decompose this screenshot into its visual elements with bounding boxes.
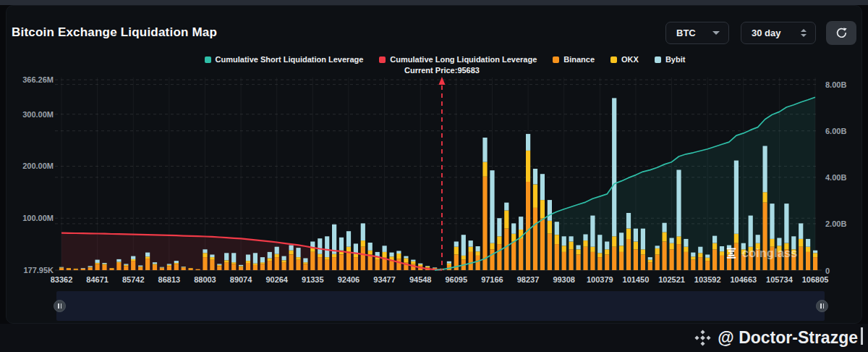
bar-bybit [289, 246, 294, 251]
bar-okx [131, 259, 135, 261]
legend-item-cumulative-long[interactable]: Cumulative Long Liquidation Leverage [379, 55, 537, 64]
x-axis-tick: 91335 [302, 275, 324, 284]
bar-binance [375, 260, 380, 270]
range-select[interactable]: 30 day [741, 22, 816, 44]
bar-bybit [634, 229, 638, 242]
refresh-button[interactable] [826, 21, 856, 45]
bar-okx [691, 256, 695, 259]
bar-bybit [712, 236, 717, 243]
slider-handle-right[interactable] [816, 300, 828, 312]
x-axis-tick: 105734 [766, 275, 793, 284]
legend-item-cumulative-short[interactable]: Cumulative Short Liquidation Leverage [205, 55, 364, 64]
bar-binance [88, 267, 93, 270]
bar-okx [231, 262, 236, 264]
bar-bybit [504, 203, 509, 211]
bar-binance [310, 252, 315, 270]
legend-item-binance[interactable]: Binance [553, 55, 595, 64]
bar-binance [182, 267, 186, 270]
bar-bybit [81, 268, 85, 269]
x-axis-tick: 86813 [158, 275, 181, 284]
bar-okx [756, 243, 760, 250]
bar-binance [756, 249, 760, 270]
bar-binance [590, 252, 595, 270]
bar-bybit [756, 235, 760, 243]
bar-binance [555, 244, 559, 270]
bar-okx [217, 265, 221, 266]
bar-binance [260, 264, 265, 270]
diamond-logo-icon [694, 329, 712, 347]
x-axis-tick: 93477 [373, 275, 396, 284]
bar-bybit [88, 266, 93, 267]
x-axis-tick: 98237 [517, 275, 540, 284]
bar-binance [576, 255, 581, 271]
footer-brand: @ Doctor-Strazge [694, 324, 858, 352]
bar-bybit [612, 98, 616, 236]
bar-okx [404, 259, 408, 263]
bar-bybit [476, 246, 480, 251]
bar-bybit [59, 267, 64, 268]
bar-binance [59, 268, 64, 270]
bar-bybit [346, 231, 351, 247]
bar-binance [275, 257, 279, 270]
bar-okx [806, 247, 810, 252]
bar-binance [626, 239, 631, 270]
bar-bybit [138, 266, 142, 267]
left-axis-bottom-tick: 177.95K [23, 266, 54, 275]
bar-binance [648, 262, 652, 270]
text-cursor-artifact [861, 327, 863, 345]
x-axis-tick: 97166 [481, 275, 503, 284]
bar-binance [619, 252, 624, 270]
bar-okx [469, 247, 473, 252]
bar-bybit [670, 238, 674, 243]
slider-handle-left[interactable] [54, 300, 66, 312]
bar-binance [791, 255, 796, 271]
bar-okx [124, 265, 128, 266]
bar-bybit [641, 229, 645, 250]
bar-okx [741, 249, 746, 254]
bitcoin-liquidation-map-page: 366.26M300.00M200.00M100.00M177.95K8.00B… [0, 0, 868, 352]
bar-okx [705, 258, 710, 261]
bar-bybit [676, 170, 681, 237]
left-axis-tick: 366.26M [22, 75, 54, 84]
bar-bybit [763, 146, 767, 193]
bar-bybit [433, 267, 437, 268]
bar-binance [612, 247, 616, 270]
bar-binance [741, 255, 746, 271]
bar-binance [763, 203, 767, 270]
bar-bybit [210, 255, 214, 258]
bar-okx [167, 265, 171, 266]
range-slider[interactable] [56, 291, 825, 321]
bar-binance [482, 177, 487, 270]
legend-item-bybit[interactable]: Bybit [655, 55, 686, 64]
bar-binance [813, 257, 817, 270]
bar-okx [770, 239, 774, 247]
bar-bybit [490, 170, 494, 243]
bar-okx [138, 267, 142, 267]
bar-bybit [655, 246, 660, 248]
bar-okx [396, 253, 401, 259]
bar-binance [691, 260, 695, 270]
bar-okx [153, 264, 157, 264]
bar-okx [791, 249, 796, 254]
bar-binance [210, 260, 214, 270]
bar-binance [749, 252, 753, 270]
liquidation-chart: 366.26M300.00M200.00M100.00M177.95K8.00B… [0, 0, 868, 324]
bar-bybit [268, 252, 272, 259]
bar-bybit [605, 242, 609, 250]
bar-bybit [131, 256, 135, 259]
bar-binance [655, 255, 660, 271]
coin-select[interactable]: BTC [665, 22, 729, 44]
bar-bybit [741, 243, 746, 250]
bar-bybit [734, 161, 739, 234]
bar-okx [763, 192, 767, 202]
bar-okx [548, 221, 552, 234]
bar-bybit [698, 247, 702, 253]
bar-okx [533, 185, 537, 208]
bar-okx [433, 268, 437, 269]
legend-item-okx[interactable]: OKX [610, 55, 639, 64]
bar-binance [160, 268, 164, 270]
bar-okx [203, 253, 207, 257]
bar-okx [109, 268, 114, 269]
page-title: Bitcoin Exchange Liquidation Map [12, 25, 217, 40]
bar-bybit [777, 238, 781, 246]
